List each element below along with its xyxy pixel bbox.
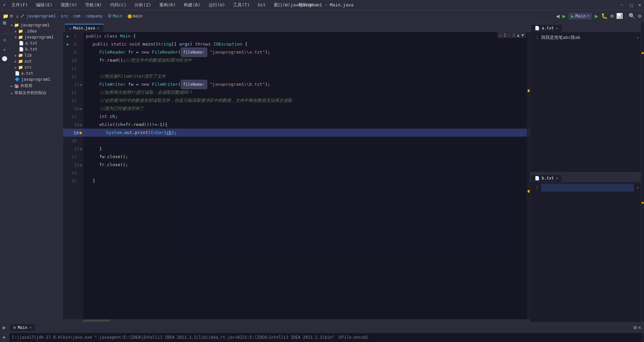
bc-src[interactable]: src [61,14,68,18]
menu-file[interactable]: 文件(F) [9,1,31,9]
maximize-button[interactable]: □ [630,2,633,8]
terminal-scrollbar[interactable] [641,333,644,342]
menu-analyze[interactable]: 分析(Z) [132,1,154,9]
terminal-tab-icon: ⊞ [13,325,16,330]
code-line-14[interactable]: //如果再次使用fr进行读取，会读取到数据吗？ [83,88,530,96]
menu-refactor[interactable]: 重构(R) [157,1,178,9]
run-icon-7[interactable]: ▶ [67,34,69,39]
code-line-13[interactable]: FileWriter fw = new FileWriter(fileName:… [83,80,530,88]
right-tab-btxt-label: b.txt [542,176,554,181]
tab-btxt[interactable]: 📄 b.txt ✕ [530,174,562,182]
run-button[interactable]: ▶ [595,12,598,19]
code-line-19[interactable]: System.out.print((char)ch); [83,129,530,137]
code-line-12[interactable]: //然后被FileWriter清空了文件 [83,72,530,80]
menu-tools[interactable]: 工具(T) [230,1,252,9]
right-tab-btxt-close[interactable]: ✕ [556,176,558,181]
menu-navigate[interactable]: 导航(N) [83,1,104,9]
tab-close-main[interactable]: ✕ [97,26,99,30]
run-icon-8[interactable]: ▶ [67,42,69,47]
code-line-18[interactable]: while((ch=fr.read())!=-1){ [83,121,530,129]
sidebar-structure-icon[interactable]: ≡ [1,36,9,44]
terminal-tab-main[interactable]: ⊞ Main ✕ [10,324,35,331]
code-line-25[interactable]: } [83,177,530,185]
code-line-23[interactable]: fr.close(); [83,161,530,169]
tree-scratch[interactable]: ✏ 草稿文件和控制台 [9,89,63,96]
tree-out[interactable]: ▶ 📁 out [9,58,63,64]
code-line-15[interactable]: //会把缓冲区中的数据全部读取完毕，但是只能读取缓冲区中的数据，文件中剩余数据无… [83,96,530,105]
breadcrumb: javaprogram1 › src › com › company › ⦿ M… [26,14,554,18]
terminal-settings-icon[interactable]: ⚙ [634,324,637,331]
menu-edit[interactable]: 编辑(E) [33,1,55,9]
bc-com[interactable]: com [73,14,80,18]
tree-javaprogram1[interactable]: ▼ 📁 javaprogram1 [9,34,63,40]
code-line-20[interactable] [83,137,530,145]
profile-button[interactable]: 📊 [616,13,623,19]
code-line-17[interactable]: int ch; [83,113,530,121]
sidebar-toggle[interactable]: ≡ [10,13,13,19]
code-line-16[interactable]: //因为已经被清空掉了 [83,105,530,113]
settings-button[interactable]: ⚙ [638,13,641,19]
code-line-11[interactable] [83,64,530,72]
terminal-tab-close[interactable]: ✕ [30,325,32,330]
right-tab-atxt-close[interactable]: ✕ [556,26,558,30]
window-controls: － □ ✕ [619,1,641,8]
code-line-24[interactable] [83,169,530,177]
code-line-10[interactable]: fr.read();//把文件中的数据放到缓冲区当中 [83,56,530,64]
menu-view[interactable]: 视图(V) [58,1,80,9]
terminal-content[interactable]: C:\java17\jdk-17.0.6\bin\java.exe "-java… [9,333,641,342]
editor-scrollbar[interactable] [63,319,530,322]
terminal-close-icon[interactable]: ✕ [638,324,641,331]
bc-project[interactable]: javaprogram1 [26,14,56,18]
right-content-top[interactable]: 1 我我是煞笔abc我ab ✓ [530,32,641,172]
separator [626,13,626,19]
sidebar-recent-icon[interactable]: 🕐 [1,55,9,63]
code-line-21[interactable]: } [83,145,530,153]
menu-code[interactable]: 代码(C) [107,1,129,9]
bc-company[interactable]: company [86,14,103,18]
forward-btn[interactable]: ▶ [562,12,566,19]
sidebar-fav-icon[interactable]: ★ [1,45,9,53]
bookmark-13: ◇ [80,83,82,86]
scrollbar-thumb[interactable] [83,320,110,322]
tree-idea[interactable]: ▶ 📁 .idea [9,28,63,34]
debug-button[interactable]: 🐛 [601,13,608,19]
close-button[interactable]: ✕ [638,2,641,8]
tree-btxt[interactable]: 📄 b.txt [9,46,63,52]
search-button[interactable]: 🔍 [629,13,635,19]
menu-git[interactable]: Git [255,2,268,8]
menu-build[interactable]: 构建(B) [181,1,203,9]
code-content[interactable]: ⚠ 2 ✓ 2 ▲ ▼ public class Main { public s… [83,32,530,319]
minimap-warn-1 [642,52,644,54]
nav-up[interactable]: ▲ [517,33,520,38]
tree-lib[interactable]: ▶ 📁 lib [9,52,63,58]
code-line-9[interactable]: FileReader fr = new FileReader(fileName:… [83,48,530,56]
tree-atxt[interactable]: 📄 a.txt [9,40,63,46]
tab-main-java[interactable]: ☕ Main.java ✕ [64,24,104,32]
menu-run[interactable]: 运行(U) [206,1,228,9]
menu-window[interactable]: 窗口(W) [271,1,293,9]
tree-src[interactable]: ▶ 📁 src [9,64,63,70]
gutter-10: ▶ 10 [63,56,83,64]
right-file-content: 1 我我是煞笔abc我ab ✓ [532,33,639,42]
code-line-7[interactable]: public class Main { [83,32,530,40]
run-config-dropdown[interactable]: ▶ Main ▼ [569,13,592,19]
terminal-panel: ▶ ⊞ Main ✕ ⚙ ✕ ▶ ↑ ↓ ⊡ 🔍 🗑 📋 ⇶ C:\java17… [0,322,644,342]
tree-iml[interactable]: 🔷 javaprogram1 [9,76,63,82]
nav-down[interactable]: ▼ [522,33,524,38]
tree-root[interactable]: ▼ 📁 javaprogram1 [9,22,63,28]
right-scrollbar[interactable] [641,22,644,322]
toolbar-btn-1[interactable]: ↓ [16,13,19,19]
coverage-button[interactable]: ⊞ [610,13,614,19]
right-content-bottom[interactable]: 1 ✓ [530,182,641,322]
minimize-button[interactable]: － [619,1,625,8]
toolbar-btn-2[interactable]: ⤢ [20,13,24,19]
tree-atxt2[interactable]: 📄 a.txt [9,70,63,76]
code-line-8[interactable]: public static void main(String[] args) t… [83,40,530,48]
tree-extlib[interactable]: ▶ 📚 外部库 [9,82,63,89]
back-btn[interactable]: ◀ [556,12,559,19]
code-line-22[interactable]: fw.close(); [83,153,530,161]
run-play-icon[interactable]: ▶ [3,324,6,331]
term-run-btn[interactable]: ▶ [3,334,6,340]
sidebar-project-icon[interactable]: 项目 [1,23,9,31]
tab-atxt[interactable]: 📄 a.txt ✕ [530,24,562,32]
